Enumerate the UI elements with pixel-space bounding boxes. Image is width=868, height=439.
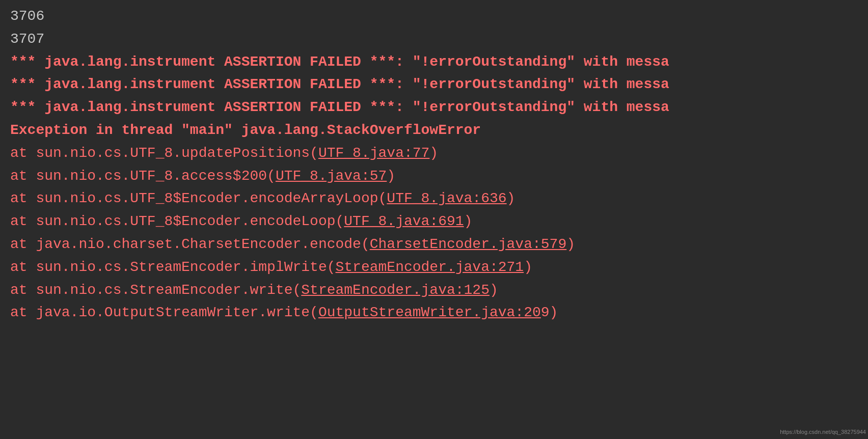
stack-link-6[interactable]: StreamEncoder.java:271 <box>336 259 524 275</box>
stack-trace-5: at java.nio.charset.CharsetEncoder.encod… <box>10 233 858 256</box>
stack-trace-8: at java.io.OutputStreamWriter.write(Outp… <box>10 301 858 324</box>
stack-trace-6: at sun.nio.cs.StreamEncoder.implWrite(St… <box>10 256 858 279</box>
stack-trace-2: at sun.nio.cs.UTF_8.access$200(UTF_8.jav… <box>10 165 858 188</box>
stack-trace-1: at sun.nio.cs.UTF_8.updatePositions(UTF_… <box>10 142 858 165</box>
stack-suffix-7: ) <box>490 282 498 298</box>
stack-prefix-5: at java.nio.charset.CharsetEncoder.encod… <box>10 236 370 252</box>
stack-trace-4: at sun.nio.cs.UTF_8$Encoder.encodeLoop(U… <box>10 210 858 233</box>
exception-line: Exception in thread "main" java.lang.Sta… <box>10 119 858 142</box>
console-output: 3706 3707 *** java.lang.instrument ASSER… <box>0 0 868 439</box>
assertion-line-2: *** java.lang.instrument ASSERTION FAILE… <box>10 73 858 96</box>
stack-prefix-8: at java.io.OutputStreamWriter.write( <box>10 305 318 320</box>
stack-suffix-5: ) <box>566 236 575 252</box>
stack-link-8[interactable]: OutputStreamWriter.java:20 <box>318 305 541 320</box>
stack-prefix-6: at sun.nio.cs.StreamEncoder.implWrite( <box>10 259 336 275</box>
line-3707: 3707 <box>10 28 858 51</box>
stack-suffix-4: ) <box>464 213 473 229</box>
stack-suffix-3: ) <box>507 190 516 206</box>
stack-suffix-1: ) <box>429 145 438 161</box>
stack-trace-3: at sun.nio.cs.UTF_8$Encoder.encodeArrayL… <box>10 187 858 210</box>
stack-prefix-4: at sun.nio.cs.UTF_8$Encoder.encodeLoop( <box>10 213 344 229</box>
stack-suffix-2: ) <box>387 168 395 184</box>
assertion-line-1: *** java.lang.instrument ASSERTION FAILE… <box>10 51 858 74</box>
stack-link-2[interactable]: UTF_8.java:57 <box>276 168 387 184</box>
assertion-line-3: *** java.lang.instrument ASSERTION FAILE… <box>10 96 858 119</box>
stack-trace-7: at sun.nio.cs.StreamEncoder.write(Stream… <box>10 279 858 302</box>
stack-prefix-7: at sun.nio.cs.StreamEncoder.write( <box>10 282 301 298</box>
stack-link-1[interactable]: UTF_8.java:77 <box>318 145 429 161</box>
stack-suffix-8: 9) <box>541 305 558 320</box>
stack-link-5[interactable]: CharsetEncoder.java:579 <box>370 236 566 252</box>
stack-link-4[interactable]: UTF_8.java:691 <box>344 213 464 229</box>
watermark: https://blog.csdn.net/qq_38275944 <box>780 428 866 437</box>
line-3706: 3706 <box>10 5 858 28</box>
stack-prefix-3: at sun.nio.cs.UTF_8$Encoder.encodeArrayL… <box>10 190 387 206</box>
stack-link-7[interactable]: StreamEncoder.java:125 <box>301 282 490 298</box>
stack-suffix-6: ) <box>524 259 532 275</box>
stack-link-3[interactable]: UTF_8.java:636 <box>387 190 506 206</box>
stack-prefix-1: at sun.nio.cs.UTF_8.updatePositions( <box>10 145 318 161</box>
stack-prefix-2: at sun.nio.cs.UTF_8.access$200( <box>10 168 276 184</box>
